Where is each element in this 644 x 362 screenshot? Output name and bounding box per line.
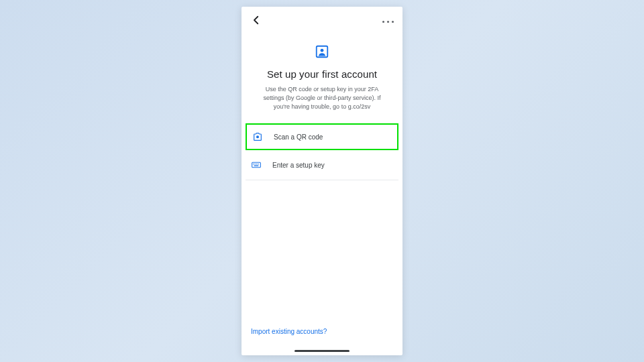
svg-rect-6 bbox=[256, 164, 257, 164]
page-subtitle: Use the QR code or setup key in your 2FA… bbox=[254, 85, 390, 111]
svg-rect-7 bbox=[258, 164, 258, 164]
divider bbox=[246, 180, 398, 180]
scan-qr-option[interactable]: Scan a QR code bbox=[246, 123, 398, 150]
svg-rect-4 bbox=[253, 164, 254, 164]
page-title: Set up your first account bbox=[267, 68, 377, 80]
import-accounts-link[interactable]: Import existing accounts? bbox=[251, 324, 327, 339]
enter-key-label: Enter a setup key bbox=[272, 162, 325, 169]
more-button[interactable] bbox=[380, 13, 396, 29]
svg-rect-8 bbox=[254, 166, 259, 166]
phone-screen: Set up your first account Use the QR cod… bbox=[241, 7, 402, 355]
enter-key-option[interactable]: Enter a setup key bbox=[246, 152, 398, 178]
more-dots-icon bbox=[382, 21, 384, 23]
back-button[interactable] bbox=[248, 13, 264, 29]
hero-section: Set up your first account Use the QR cod… bbox=[241, 36, 402, 123]
chevron-left-icon bbox=[250, 14, 262, 29]
options-list: Scan a QR code Enter a setup key bbox=[241, 123, 402, 178]
more-dots-icon bbox=[392, 21, 394, 23]
svg-rect-3 bbox=[252, 162, 261, 167]
scan-qr-label: Scan a QR code bbox=[274, 133, 323, 141]
account-badge-icon bbox=[315, 44, 329, 59]
keyboard-icon bbox=[251, 160, 262, 170]
top-bar bbox=[241, 7, 402, 36]
more-dots-icon bbox=[387, 21, 389, 23]
svg-point-1 bbox=[321, 49, 324, 52]
home-indicator[interactable] bbox=[294, 350, 350, 352]
svg-point-2 bbox=[256, 135, 259, 138]
camera-icon bbox=[252, 131, 263, 142]
svg-rect-5 bbox=[255, 164, 256, 164]
